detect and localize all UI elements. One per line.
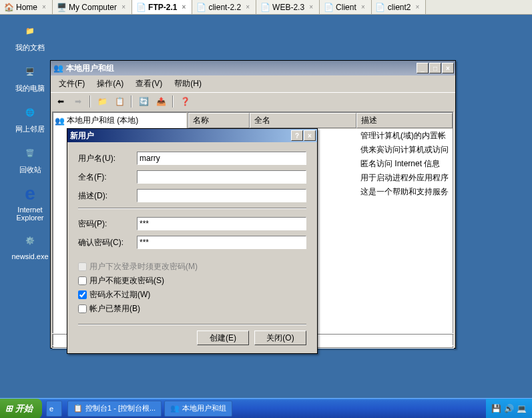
icon-label: Internet Explorer (7, 206, 53, 222)
vm-icon: 📄 (196, 3, 206, 12)
vm-tab-bar: 🏠Home× 🖥️My Computer× 📄FTP-2.1× 📄client-… (0, 0, 532, 15)
checkbox-label: 帐户已禁用(B) (89, 303, 140, 315)
tab-label: FTP-2.1 (148, 3, 177, 12)
tab-ftp21[interactable]: 📄FTP-2.1× (132, 0, 192, 14)
tab-label: client2 (388, 3, 411, 12)
close-icon[interactable]: × (119, 3, 127, 11)
close-dialog-button[interactable]: 关闭(O) (254, 331, 306, 345)
tray-icon[interactable]: 🔊 (504, 404, 514, 413)
must-change-checkbox (78, 262, 87, 271)
tray-icon[interactable]: 💻 (517, 404, 527, 413)
tree-root[interactable]: 👥 本地用户和组 (本地) (55, 114, 185, 127)
tab-label: My Computer (69, 3, 117, 12)
close-button[interactable]: × (442, 63, 454, 73)
maximize-button[interactable]: □ (429, 63, 441, 73)
close-icon[interactable]: × (307, 3, 315, 11)
tab-label: WEB-2.3 (272, 3, 304, 12)
my-computer-icon[interactable]: 🖥️我的电脑 (7, 61, 53, 93)
tab-client22[interactable]: 📄client-2.2× (192, 0, 256, 14)
cannot-change-checkbox[interactable] (78, 276, 87, 285)
system-tray[interactable]: 💾 🔊 💻 (486, 399, 532, 419)
checkbox-label: 用户下次登录时须更改密码(M) (89, 261, 198, 272)
close-button[interactable]: × (304, 130, 316, 141)
tab-client[interactable]: 📄Client× (320, 0, 372, 14)
mmc-titlebar[interactable]: 👥 本地用户和组 _ □ × (51, 61, 455, 75)
never-expire-checkbox[interactable] (78, 290, 87, 299)
windows-logo-icon: ⊞ (5, 403, 13, 413)
checkbox-label: 用户不能更改密码(S) (89, 275, 164, 286)
vm-icon: 📄 (136, 3, 146, 12)
toolbar: ⬅ ➡ 📁 📋 🔄 📤 ❓ (51, 92, 455, 110)
close-icon[interactable]: × (413, 3, 421, 11)
tree-label: 本地用户和组 (本地) (67, 115, 138, 126)
password-field[interactable] (137, 217, 306, 230)
properties-button[interactable]: 📋 (112, 94, 127, 109)
window-title: 本地用户和组 (66, 63, 417, 74)
username-label: 用户名(U): (78, 153, 137, 164)
recycle-bin-icon[interactable]: 🗑️回收站 (7, 142, 53, 175)
create-button[interactable]: 创建(E) (197, 331, 249, 345)
icon-label: 我的文档 (15, 43, 45, 53)
export-button[interactable]: 📤 (154, 94, 168, 109)
description-field[interactable] (137, 189, 306, 202)
network-places-icon[interactable]: 🌐网上邻居 (7, 101, 53, 134)
icon-label: 回收站 (19, 165, 41, 175)
col-desc[interactable]: 描述 (356, 113, 453, 128)
icon-label: 我的电脑 (15, 83, 45, 93)
account-disabled-checkbox[interactable] (78, 304, 87, 313)
menu-help[interactable]: 帮助(H) (169, 77, 207, 91)
ie-icon[interactable]: eInternet Explorer (7, 183, 53, 222)
menu-action[interactable]: 操作(A) (91, 77, 129, 91)
confirm-password-field[interactable] (137, 236, 306, 249)
close-icon[interactable]: × (180, 3, 188, 11)
refresh-button[interactable]: 🔄 (136, 94, 151, 109)
ie-quicklaunch[interactable]: e (46, 401, 62, 417)
menubar: 文件(F) 操作(A) 查看(V) 帮助(H) (51, 75, 455, 92)
minimize-button[interactable]: _ (417, 63, 429, 73)
help-button[interactable]: ❓ (178, 94, 192, 109)
menu-view[interactable]: 查看(V) (130, 77, 168, 91)
up-button[interactable]: 📁 (95, 94, 109, 109)
fullname-field[interactable] (137, 170, 306, 184)
tab-label: client-2.2 (208, 3, 241, 12)
col-name[interactable]: 名称 (188, 113, 250, 128)
newsid-exe-icon[interactable]: ⚙️newsid.exe (7, 230, 53, 260)
close-icon[interactable]: × (40, 3, 48, 11)
close-icon[interactable]: × (359, 3, 367, 11)
desktop-icons: 📁我的文档 🖥️我的电脑 🌐网上邻居 🗑️回收站 eInternet Explo… (7, 20, 53, 260)
confirm-label: 确认密码(C): (78, 237, 137, 248)
vm-icon: 📄 (260, 3, 270, 12)
tab-home[interactable]: 🏠Home× (0, 0, 53, 14)
icon-label: newsid.exe (11, 252, 48, 260)
close-icon[interactable]: × (244, 3, 252, 11)
taskbar: ⊞ 开始 e 📋 控制台1 - [控制台根... 👥 本地用户和组 💾 🔊 💻 (0, 398, 532, 418)
start-label: 开始 (15, 403, 33, 415)
tab-mycomputer[interactable]: 🖥️My Computer× (53, 0, 132, 14)
new-user-dialog: 新用户 ? × 用户名(U): 全名(F): 描述(D): 密码(P): 确认密… (67, 128, 318, 354)
list-header: 名称 全名 描述 (188, 113, 453, 129)
help-button[interactable]: ? (291, 130, 303, 141)
vm-icon: 📄 (376, 3, 385, 12)
back-button[interactable]: ⬅ (53, 94, 68, 109)
my-documents-icon[interactable]: 📁我的文档 (7, 20, 53, 53)
app-icon: 👥 (53, 63, 63, 73)
username-field[interactable] (137, 152, 306, 165)
menu-file[interactable]: 文件(F) (53, 77, 90, 91)
col-fullname[interactable]: 全名 (250, 113, 356, 128)
start-button[interactable]: ⊞ 开始 (0, 399, 42, 419)
tab-client2[interactable]: 📄client2× (372, 0, 427, 14)
description-label: 描述(D): (78, 190, 137, 202)
tab-web23[interactable]: 📄WEB-2.3× (256, 0, 320, 14)
task-console1[interactable]: 📋 控制台1 - [控制台根... (67, 401, 162, 417)
tab-label: Home (16, 3, 37, 12)
dialog-titlebar[interactable]: 新用户 ? × (67, 129, 317, 142)
tab-label: Client (336, 3, 356, 12)
checkbox-label: 密码永不过期(W) (89, 289, 150, 300)
task-lusrmgr[interactable]: 👥 本地用户和组 (164, 401, 232, 417)
home-icon: 🏠 (4, 3, 13, 12)
tray-icon[interactable]: 💾 (491, 404, 501, 413)
forward-button: ➡ (71, 94, 85, 109)
password-label: 密码(P): (78, 218, 137, 230)
task-label: 本地用户和组 (182, 403, 226, 413)
task-label: 控制台1 - [控制台根... (85, 403, 156, 413)
